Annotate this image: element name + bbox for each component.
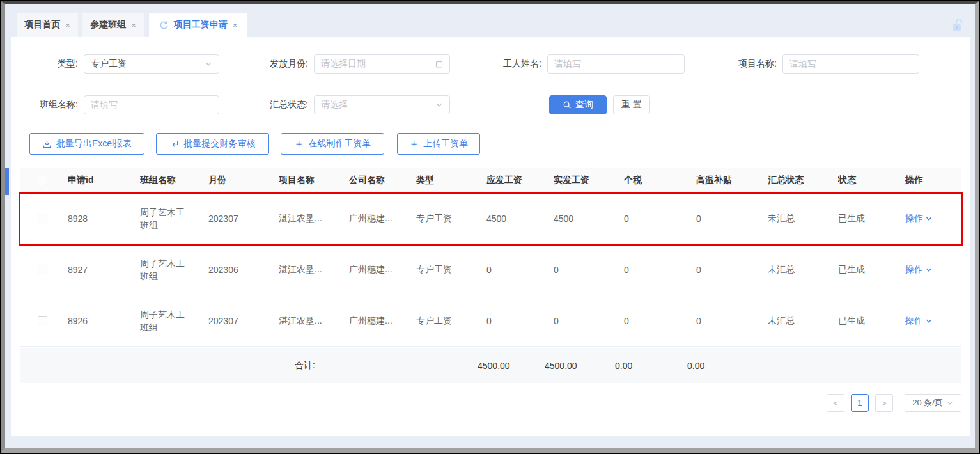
type-select[interactable]: 专户工资 — [84, 54, 219, 74]
tab-bar: 项目首页 × 参建班组 × 项目工资申请 × — [5, 4, 975, 37]
project-name-input[interactable] — [782, 54, 919, 74]
prev-page-button[interactable]: < — [827, 394, 844, 412]
cell-paid: 4500 — [554, 214, 624, 224]
cell-payable: 0 — [486, 265, 554, 275]
col-payable: 应发工资 — [486, 175, 554, 186]
team-label: 班组名称: — [38, 99, 84, 111]
cell-status: 已生成 — [838, 213, 905, 224]
cell-company-name: 广州穗建... — [349, 213, 416, 224]
month-label: 发放月份: — [268, 58, 314, 70]
col-operation: 操作 — [905, 175, 961, 186]
total-subsidy: 0.00 — [687, 361, 759, 371]
filter-month: 发放月份: 请选择日期 — [268, 54, 450, 74]
search-button[interactable]: 查询 — [549, 95, 607, 114]
type-label: 类型: — [38, 58, 84, 70]
row-action-dropdown[interactable]: 操作 — [905, 315, 933, 327]
chevron-down-icon — [925, 317, 933, 325]
row-checkbox[interactable] — [38, 265, 47, 274]
total-label: 合计: — [279, 360, 349, 372]
filter-project: 项目名称: — [736, 54, 919, 74]
cell-apply-id: 8926 — [68, 316, 140, 326]
select-all-checkbox[interactable] — [38, 176, 47, 185]
calendar-icon — [435, 60, 443, 68]
col-status: 状态 — [838, 175, 905, 186]
chevron-down-icon — [946, 399, 954, 407]
cell-tax: 0 — [624, 214, 696, 224]
cell-paid: 0 — [554, 265, 624, 275]
cell-company-name: 广州穗建... — [349, 264, 416, 276]
chevron-down-icon — [925, 266, 933, 274]
table-row-8928[interactable]: 8928 周子艺木工班组 202307 湛江农垦... 广州穗建... 专户工资… — [20, 193, 961, 244]
cell-summary-status: 未汇总 — [768, 264, 838, 276]
upload-payroll-button[interactable]: ＋ 上传工资单 — [397, 133, 480, 155]
batch-submit-audit-button[interactable]: 批量提交财务审核 — [156, 133, 269, 155]
tab-label: 项目首页 — [24, 19, 60, 31]
month-placeholder: 请选择日期 — [321, 58, 366, 70]
table-row-8926[interactable]: 8926 周子艺木工班组 202307 湛江农垦... 广州穗建... 专户工资… — [20, 295, 961, 347]
tab-project-wage-apply[interactable]: 项目工资申请 × — [149, 13, 247, 37]
batch-submit-label: 批量提交财务审核 — [184, 138, 256, 150]
reset-button[interactable]: 重置 — [613, 95, 650, 114]
page-size-select[interactable]: 20 条/页 — [905, 394, 961, 412]
close-icon[interactable]: × — [233, 20, 238, 30]
download-icon — [42, 139, 52, 149]
submit-icon — [170, 139, 180, 149]
col-subsidy: 高温补贴 — [696, 175, 768, 186]
close-icon[interactable]: × — [65, 20, 70, 30]
create-payroll-online-button[interactable]: ＋ 在线制作工资单 — [281, 133, 384, 155]
col-type: 类型 — [416, 175, 486, 186]
filter-summary: 汇总状态: 请选择 — [268, 95, 450, 114]
summary-placeholder: 请选择 — [321, 99, 348, 111]
team-name-input[interactable] — [84, 95, 219, 114]
cell-team-name: 周子艺木工班组 — [140, 308, 208, 334]
filter-type: 类型: 专户工资 — [38, 54, 219, 74]
cell-tax: 0 — [624, 316, 696, 326]
col-paid: 实发工资 — [554, 175, 624, 186]
summary-label: 汇总状态: — [268, 99, 314, 111]
cell-tax: 0 — [624, 265, 696, 275]
summary-select[interactable]: 请选择 — [314, 95, 450, 114]
tab-label: 参建班组 — [90, 19, 126, 31]
chevron-down-icon — [435, 101, 443, 109]
month-date-picker[interactable]: 请选择日期 — [314, 54, 450, 74]
total-payable: 4500.00 — [478, 361, 545, 371]
cell-month: 202307 — [208, 214, 279, 224]
total-paid: 4500.00 — [545, 361, 615, 371]
cell-team-name: 周子艺木工班组 — [140, 206, 208, 231]
scrollbar-thumb[interactable] — [5, 168, 9, 195]
row-checkbox[interactable] — [38, 214, 47, 223]
cell-apply-id: 8927 — [68, 265, 140, 275]
worker-label: 工人姓名: — [501, 58, 547, 70]
batch-export-excel-button[interactable]: 批量导出Excel报表 — [29, 133, 144, 155]
next-page-button[interactable]: > — [875, 394, 893, 412]
plus-icon: ＋ — [409, 139, 419, 149]
cell-project-name: 湛江农垦... — [279, 213, 349, 224]
pagination: < 1 > 20 条/页 — [827, 394, 961, 412]
cell-type: 专户工资 — [416, 264, 486, 276]
col-apply-id: 申请id — [68, 175, 140, 186]
page-size-value: 20 条/页 — [912, 397, 943, 409]
worker-name-input[interactable] — [547, 54, 685, 74]
project-label: 项目名称: — [736, 58, 782, 70]
row-checkbox[interactable] — [38, 316, 47, 325]
cell-project-name: 湛江农垦... — [279, 315, 349, 327]
row-action-dropdown[interactable]: 操作 — [905, 213, 933, 224]
row-action-dropdown[interactable]: 操作 — [905, 264, 933, 276]
cell-team-name: 周子艺木工班组 — [140, 257, 208, 283]
table-header-row: 申请id 班组名称 月份 项目名称 公司名称 类型 应发工资 实发工资 个税 高… — [20, 168, 961, 193]
filter-worker: 工人姓名: — [501, 54, 685, 74]
search-button-label: 查询 — [575, 99, 593, 111]
cell-status: 已生成 — [838, 315, 905, 327]
tab-teams[interactable]: 参建班组 × — [82, 13, 144, 37]
main-panel: 类型: 专户工资 发放月份: 请选择日期 工人姓名: — [11, 37, 970, 436]
close-icon[interactable]: × — [131, 20, 136, 30]
cell-type: 专户工资 — [416, 213, 486, 224]
tab-project-home[interactable]: 项目首页 × — [17, 13, 78, 37]
cell-payable: 0 — [486, 316, 554, 326]
unlock-icon[interactable] — [951, 18, 965, 33]
table-row-8927[interactable]: 8927 周子艺木工班组 202306 湛江农垦... 广州穗建... 专户工资… — [20, 244, 961, 295]
batch-export-label: 批量导出Excel报表 — [56, 138, 132, 150]
refresh-icon — [159, 20, 169, 30]
cell-month: 202307 — [208, 316, 279, 326]
page-number-button[interactable]: 1 — [851, 394, 869, 412]
